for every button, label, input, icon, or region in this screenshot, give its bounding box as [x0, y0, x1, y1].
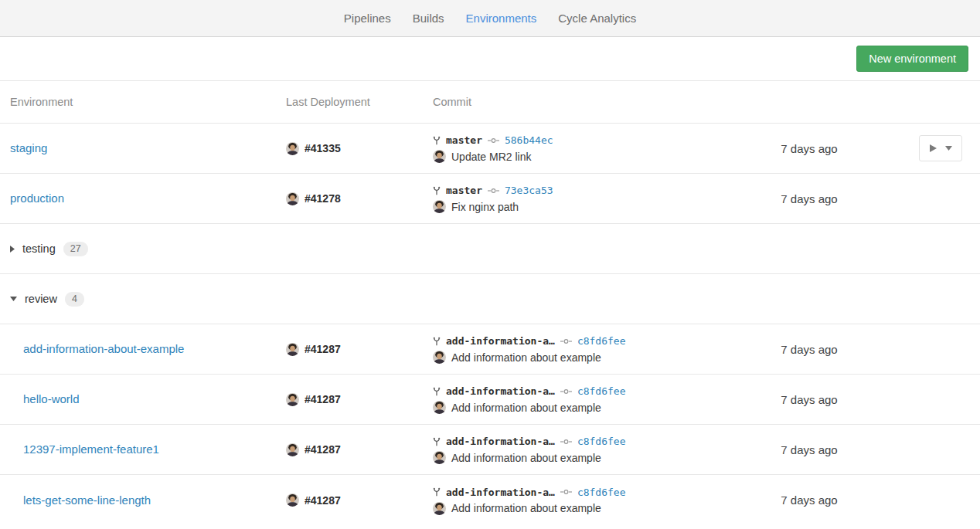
deployment-link[interactable]: #41287: [305, 443, 341, 456]
table-header-row: Environment Last Deployment Commit: [0, 81, 980, 124]
commit-sha-link[interactable]: c8fd6fee: [577, 385, 626, 397]
deployment-timestamp: 7 days ago: [751, 343, 867, 356]
branch-icon: [433, 387, 441, 396]
branch-icon: [433, 136, 441, 145]
column-header-last-deployment: Last Deployment: [286, 96, 433, 108]
commit-sha-link[interactable]: c8fd6fee: [577, 487, 626, 498]
avatar[interactable]: [286, 343, 299, 356]
commit-icon: [488, 187, 499, 195]
tab-environments[interactable]: Environments: [455, 0, 548, 36]
commit-message-link[interactable]: Add information about example: [451, 351, 601, 364]
deployment-timestamp: 7 days ago: [751, 443, 867, 456]
new-environment-button[interactable]: New environment: [856, 46, 968, 72]
environment-row: staging #41335 master 586b44ec Update MR…: [0, 124, 980, 174]
environment-link[interactable]: staging: [10, 141, 47, 154]
tab-builds[interactable]: Builds: [402, 0, 455, 36]
column-header-commit: Commit: [433, 96, 751, 108]
folder-row: testing 27: [0, 224, 980, 274]
deployment-timestamp: 7 days ago: [751, 493, 867, 507]
branch-link[interactable]: add-information-a…: [446, 487, 555, 498]
deployment-timestamp: 7 days ago: [751, 142, 867, 155]
avatar[interactable]: [433, 401, 446, 414]
commit-icon: [488, 137, 499, 144]
environment-link[interactable]: lets-get-some-line-length: [23, 493, 151, 507]
tab-pipelines[interactable]: Pipelines: [333, 0, 402, 36]
folder-toggle[interactable]: testing 27: [0, 242, 88, 256]
commit-sha-link[interactable]: c8fd6fee: [577, 436, 626, 447]
folder-name: testing: [22, 242, 56, 255]
commit-icon: [560, 388, 572, 395]
commit-message-link[interactable]: Add information about example: [451, 452, 601, 464]
folder-row: review 4: [0, 274, 980, 324]
avatar[interactable]: [286, 493, 299, 507]
commit-sha-link[interactable]: 586b44ec: [505, 134, 553, 146]
caret-down-icon: [10, 297, 17, 301]
avatar[interactable]: [433, 351, 446, 364]
branch-link[interactable]: master: [446, 134, 482, 146]
commit-message-link[interactable]: Update MR2 link: [451, 151, 532, 163]
folder-name: review: [25, 293, 57, 305]
commit-message-link[interactable]: Add information about example: [451, 402, 601, 414]
environment-link[interactable]: hello-world: [23, 392, 80, 405]
play-icon: [929, 144, 937, 153]
avatar[interactable]: [433, 451, 446, 464]
avatar[interactable]: [286, 142, 299, 155]
environment-link[interactable]: production: [10, 192, 64, 205]
deployment-link[interactable]: #41287: [305, 343, 341, 355]
deployment-timestamp: 7 days ago: [751, 192, 867, 205]
toolbar: New environment: [0, 37, 980, 81]
branch-link[interactable]: add-information-a…: [446, 335, 555, 347]
commit-icon: [560, 337, 572, 345]
deployment-link[interactable]: #41287: [305, 494, 341, 507]
branch-icon: [433, 186, 441, 195]
chevron-down-icon: [945, 146, 952, 151]
count-badge: 4: [65, 292, 84, 307]
deployment-timestamp: 7 days ago: [751, 393, 867, 406]
column-header-environment: Environment: [0, 96, 286, 108]
tab-cycle-analytics[interactable]: Cycle Analytics: [547, 0, 647, 36]
avatar[interactable]: [286, 192, 299, 205]
commit-sha-link[interactable]: c8fd6fee: [577, 335, 626, 347]
commit-message-link[interactable]: Fix nginx path: [451, 201, 519, 213]
environment-row: lets-get-some-line-length #41287 add-inf…: [0, 475, 980, 525]
environment-row: add-information-about-example #41287 add…: [0, 324, 980, 375]
manual-action-dropdown-button[interactable]: [919, 135, 962, 161]
environment-link[interactable]: 12397-implement-feature1: [23, 443, 159, 456]
environment-row: 12397-implement-feature1 #41287 add-info…: [0, 425, 980, 475]
environment-row: production #41278 master 73e3ca53 Fix ng…: [0, 174, 980, 224]
environments-table: Environment Last Deployment Commit stagi…: [0, 81, 980, 525]
branch-icon: [433, 487, 441, 497]
commit-sha-link[interactable]: 73e3ca53: [505, 185, 553, 196]
caret-right-icon: [10, 246, 15, 253]
folder-toggle[interactable]: review 4: [0, 292, 84, 307]
branch-link[interactable]: add-information-a…: [446, 436, 555, 447]
avatar[interactable]: [433, 200, 446, 213]
avatar[interactable]: [286, 393, 299, 406]
environment-link[interactable]: add-information-about-example: [23, 342, 184, 355]
avatar[interactable]: [286, 443, 299, 456]
branch-link[interactable]: add-information-a…: [446, 385, 555, 397]
deployment-link[interactable]: #41287: [305, 393, 341, 405]
branch-icon: [433, 437, 441, 446]
branch-icon: [433, 337, 441, 346]
count-badge: 27: [63, 242, 88, 256]
commit-icon: [560, 488, 572, 496]
commit-icon: [560, 438, 572, 446]
deployment-link[interactable]: #41278: [305, 192, 341, 205]
project-nav: Pipelines Builds Environments Cycle Anal…: [0, 0, 980, 37]
environment-row: hello-world #41287 add-information-a… c8…: [0, 375, 980, 425]
branch-link[interactable]: master: [446, 185, 482, 196]
avatar[interactable]: [433, 502, 446, 515]
avatar[interactable]: [433, 150, 446, 163]
deployment-link[interactable]: #41335: [305, 142, 341, 154]
commit-message-link[interactable]: Add information about example: [451, 502, 601, 514]
